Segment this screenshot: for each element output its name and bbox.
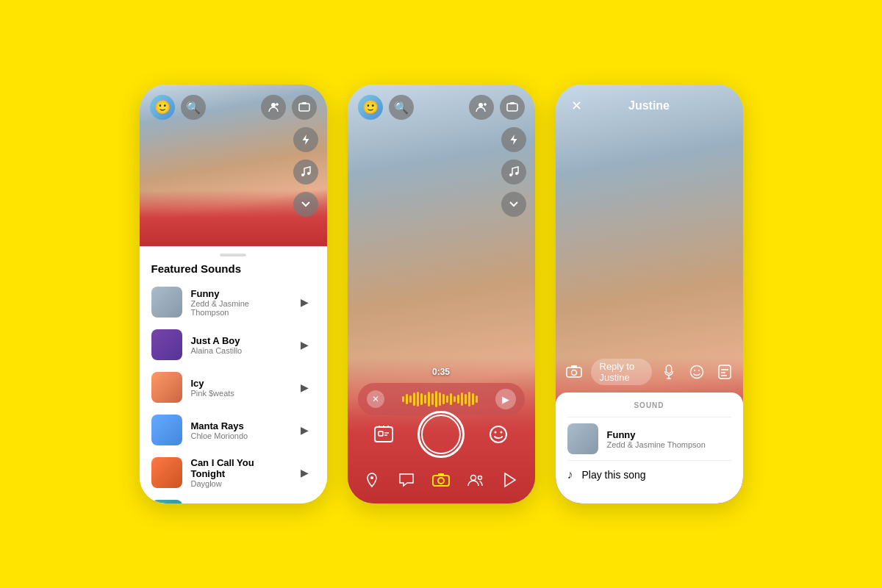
sound-name: Manta Rays — [191, 420, 286, 431]
sound-artist: Pink $weats — [191, 389, 286, 398]
phone3-title: Justine — [628, 99, 670, 112]
phone1-music-icon[interactable] — [293, 159, 318, 184]
sound-popup-label: SOUND — [556, 400, 743, 417]
list-item[interactable]: Can I Call You Tonight Dayglow ▶ — [140, 451, 327, 494]
nav-friends-icon[interactable] — [462, 467, 489, 493]
wave-bar — [424, 395, 426, 404]
svg-point-0 — [271, 103, 276, 107]
wave-bar — [435, 391, 437, 407]
reply-camera-icon[interactable] — [563, 361, 585, 383]
svg-point-10 — [515, 172, 518, 175]
phone1-right-icons — [293, 127, 318, 217]
svg-point-4 — [301, 173, 304, 176]
list-item[interactable]: Post-Humorous ▶ — [140, 494, 327, 503]
wave-bar — [457, 395, 459, 404]
album-art-posthumous — [151, 500, 182, 503]
sound-popup-name: Funny — [607, 429, 731, 440]
play-button[interactable]: ▶ — [295, 420, 315, 440]
list-item[interactable]: Just A Boy Alaina Castillo ▶ — [140, 323, 327, 366]
svg-point-22 — [471, 476, 476, 481]
timer-text: 0:35 — [432, 367, 450, 377]
list-item[interactable]: Icy Pink $weats ▶ — [140, 366, 327, 409]
svg-point-16 — [495, 431, 497, 434]
nav-camera-icon[interactable] — [428, 467, 454, 493]
emoji-icon[interactable] — [485, 421, 512, 448]
nav-location-icon[interactable] — [359, 467, 385, 493]
wave-bar — [453, 396, 456, 402]
phone2-flip-icon[interactable] — [500, 95, 525, 120]
svg-point-18 — [370, 476, 373, 479]
phone2-avatar[interactable]: 🙂 — [358, 95, 383, 120]
svg-point-32 — [694, 370, 695, 371]
svg-rect-12 — [379, 431, 383, 436]
waveform-visual — [390, 390, 490, 408]
album-art-manta — [151, 415, 182, 445]
phone1-avatar[interactable]: 🙂 — [150, 95, 175, 120]
svg-point-33 — [698, 370, 700, 371]
phone2-flash-icon[interactable] — [501, 127, 526, 152]
phone1-add-friend-icon[interactable] — [261, 95, 286, 120]
sticker-reply-icon[interactable] — [714, 361, 736, 383]
nav-stories-icon[interactable] — [497, 467, 523, 493]
recording-bar: 0:35 ✕ — [358, 367, 525, 415]
sound-popup-item[interactable]: Funny Zedd & Jasmine Thompson — [556, 417, 743, 460]
sound-name: Can I Call You Tonight — [191, 457, 286, 479]
play-button[interactable]: ▶ — [295, 334, 315, 355]
sound-name: Icy — [191, 378, 286, 389]
waveform-cancel-button[interactable]: ✕ — [367, 390, 384, 408]
music-note-icon: ♪ — [567, 468, 573, 481]
list-item[interactable]: Funny Zedd & Jasmine Thompson ▶ — [140, 281, 327, 323]
phone-3: ✕ Justine Reply to Justine — [556, 85, 743, 503]
phone1-search-icon[interactable]: 🔍 — [181, 95, 206, 120]
wave-bar — [413, 392, 415, 406]
sound-artist: Zedd & Jasmine Thompson — [191, 299, 286, 317]
phone2-topbar: 🙂 🔍 — [348, 95, 535, 120]
waveform-play-button[interactable]: ▶ — [495, 389, 516, 409]
capture-button[interactable] — [417, 411, 465, 458]
phone3-topbar: ✕ Justine — [556, 95, 743, 117]
album-art-funny — [151, 287, 182, 318]
phone1-flash-icon[interactable] — [293, 127, 318, 152]
wave-bar — [465, 394, 467, 404]
nav-chat-icon[interactable] — [393, 467, 420, 493]
wave-bar — [476, 395, 478, 403]
wave-bar — [409, 395, 412, 403]
emoji-reply-icon[interactable] — [686, 361, 708, 383]
play-button[interactable]: ▶ — [295, 377, 315, 398]
phone2-add-friend-icon[interactable] — [469, 95, 494, 120]
wave-bar — [450, 393, 452, 405]
svg-point-26 — [571, 370, 576, 376]
reply-input[interactable]: Reply to Justine — [591, 359, 652, 385]
phone1-flip-icon[interactable] — [292, 95, 317, 120]
mic-icon[interactable] — [658, 361, 680, 383]
svg-rect-34 — [719, 365, 731, 379]
svg-rect-8 — [510, 102, 514, 104]
play-button[interactable]: ▶ — [295, 462, 315, 483]
drag-handle — [220, 254, 246, 257]
phone2-down-icon[interactable] — [501, 192, 526, 217]
phone1-down-icon[interactable] — [293, 192, 318, 217]
phone2-search-icon[interactable]: 🔍 — [389, 95, 414, 120]
play-song-row[interactable]: ♪ Play this song — [556, 461, 743, 489]
camera-controls — [348, 411, 535, 496]
close-button[interactable]: ✕ — [566, 95, 588, 117]
list-item[interactable]: Manta Rays Chloe Moriondo ▶ — [140, 409, 327, 451]
sound-artist: Dayglow — [191, 479, 286, 488]
wave-bar — [472, 393, 474, 405]
phone1-topbar: 🙂 🔍 — [140, 95, 327, 120]
wave-bar — [431, 393, 434, 405]
svg-rect-21 — [438, 473, 444, 476]
phones-container: 🙂 🔍 — [140, 85, 743, 503]
play-button[interactable]: ▶ — [295, 292, 315, 312]
sticker-icon[interactable] — [370, 421, 397, 448]
phone2-music-icon[interactable] — [501, 159, 526, 184]
svg-rect-2 — [302, 102, 306, 104]
album-art-callyou — [151, 457, 182, 488]
sound-artist: Alaina Castillo — [191, 346, 286, 355]
svg-rect-1 — [299, 104, 309, 111]
wave-bar — [442, 394, 445, 404]
sounds-title: Featured Sounds — [140, 262, 327, 281]
sound-name: Funny — [191, 288, 286, 299]
svg-rect-28 — [666, 365, 671, 373]
sound-popup-artist: Zedd & Jasmine Thompson — [607, 440, 731, 449]
